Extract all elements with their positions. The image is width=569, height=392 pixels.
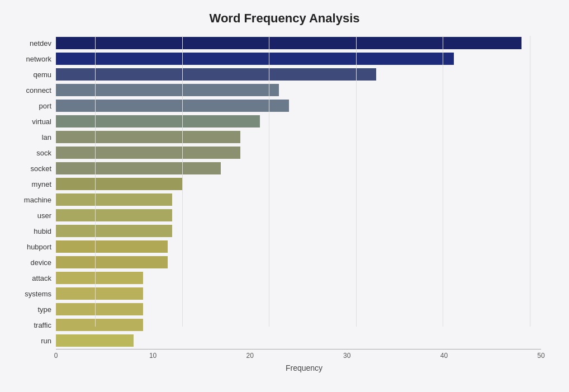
bar-row: attack	[56, 271, 541, 285]
bar-row: virtual	[56, 114, 541, 129]
bar-row: device	[56, 255, 541, 270]
bar-row: hubid	[56, 224, 541, 238]
bar-row: systems	[56, 286, 541, 301]
bar-track	[56, 84, 541, 96]
bar-row: user	[56, 208, 541, 223]
bar-label: user	[17, 211, 56, 220]
bar-row: hubport	[56, 239, 541, 254]
bar-track	[56, 100, 541, 112]
bar-fill	[56, 100, 289, 112]
chart-container: Word Frequency Analysis netdevnetworkqem…	[0, 0, 569, 392]
bar-track	[56, 68, 541, 81]
bar-fill	[56, 272, 143, 284]
x-tick-label: 40	[440, 352, 448, 360]
x-tick-label: 0	[54, 352, 58, 360]
bar-fill	[56, 209, 172, 221]
bar-row: sock	[56, 145, 541, 160]
bar-row: connect	[56, 83, 541, 97]
bar-label: port	[17, 102, 56, 110]
bar-label: hubid	[17, 227, 56, 235]
bar-row: network	[56, 51, 541, 66]
bar-label: qemu	[17, 70, 56, 79]
bar-fill	[56, 131, 240, 143]
bar-label: netdev	[17, 39, 56, 48]
bar-track	[56, 37, 541, 49]
bar-fill	[56, 53, 454, 65]
bar-fill	[56, 240, 168, 253]
bar-track	[56, 147, 541, 159]
bar-label: virtual	[17, 117, 56, 126]
x-ticks: 01020304050	[56, 350, 541, 361]
bar-fill	[56, 37, 521, 49]
bar-fill	[56, 319, 143, 331]
bar-label: type	[17, 305, 56, 314]
bar-track	[56, 209, 541, 221]
bar-fill	[56, 287, 143, 300]
x-axis-label: Frequency	[56, 363, 552, 372]
x-tick-label: 50	[537, 352, 544, 360]
bar-track	[56, 287, 541, 300]
bar-label: network	[17, 55, 56, 63]
bar-track	[56, 240, 541, 253]
x-tick-label: 30	[343, 352, 350, 360]
bar-row: type	[56, 302, 541, 317]
bar-row: traffic	[56, 318, 541, 332]
bar-row: lan	[56, 130, 541, 144]
bar-track	[56, 53, 541, 65]
chart-title: Word Frequency Analysis	[17, 6, 552, 36]
bar-label: machine	[17, 196, 56, 204]
bar-fill	[56, 178, 182, 190]
bar-row: mynet	[56, 177, 541, 191]
bar-track	[56, 162, 541, 174]
bar-track	[56, 178, 541, 190]
bar-label: sock	[17, 149, 56, 157]
bar-track	[56, 334, 541, 347]
bar-track	[56, 193, 541, 206]
bar-track	[56, 319, 541, 331]
bar-track	[56, 131, 541, 143]
bar-label: socket	[17, 164, 56, 173]
x-tick-label: 20	[246, 352, 254, 360]
bar-label: device	[17, 258, 56, 267]
bar-label: systems	[17, 290, 56, 298]
bar-fill	[56, 225, 172, 237]
bar-fill	[56, 256, 168, 268]
bar-label: traffic	[17, 321, 56, 329]
bar-row: netdev	[56, 36, 541, 50]
bar-track	[56, 303, 541, 315]
bar-label: attack	[17, 274, 56, 282]
bars-container: netdevnetworkqemuconnectportvirtuallanso…	[56, 36, 541, 348]
bar-fill	[56, 84, 279, 96]
bar-track	[56, 225, 541, 237]
bar-row: run	[56, 333, 541, 348]
bar-row: socket	[56, 161, 541, 176]
x-axis: 01020304050	[56, 349, 541, 360]
bar-row: machine	[56, 192, 541, 207]
bar-track	[56, 115, 541, 127]
x-tick-label: 10	[149, 352, 157, 360]
bar-row: port	[56, 98, 541, 113]
bar-label: hubport	[17, 243, 56, 251]
bar-row: qemu	[56, 67, 541, 82]
bar-fill	[56, 193, 172, 206]
bar-label: mynet	[17, 180, 56, 188]
bar-track	[56, 272, 541, 284]
bar-fill	[56, 115, 260, 127]
bar-label: connect	[17, 86, 56, 95]
bar-fill	[56, 68, 376, 81]
bar-fill	[56, 162, 221, 174]
bar-fill	[56, 334, 134, 347]
bar-fill	[56, 303, 143, 315]
bar-label: lan	[17, 133, 56, 141]
bar-track	[56, 256, 541, 268]
bar-label: run	[17, 337, 56, 345]
bar-fill	[56, 147, 240, 159]
